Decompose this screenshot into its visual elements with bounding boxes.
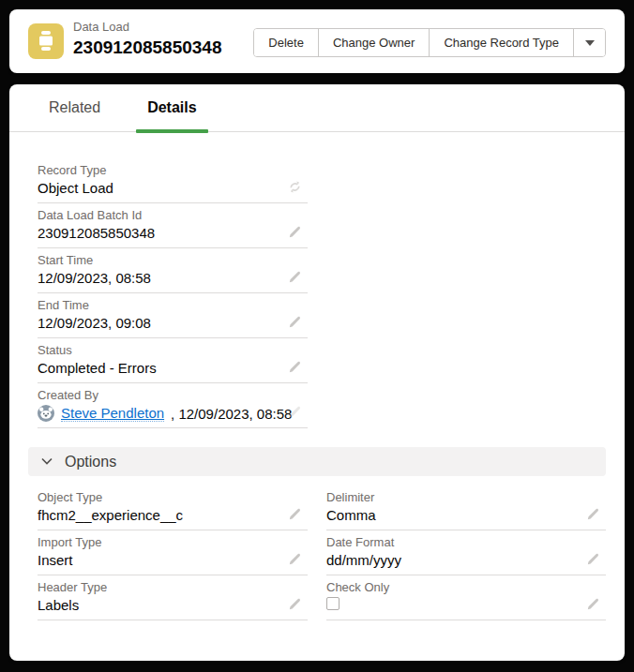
field-created-by: Created By Steve Pendleton , 12/09/2023,… (38, 383, 308, 428)
field-import-type: Import Type Insert (38, 530, 308, 575)
created-by-timestamp: , 12/09/2023, 08:58 (171, 406, 292, 422)
field-value: Insert (38, 551, 308, 569)
edit-pencil-icon[interactable] (586, 507, 600, 521)
detail-fields-section: Record Type Object Load Data Load Batch … (9, 132, 625, 428)
user-avatar (38, 405, 54, 422)
field-value: Completed - Errors (38, 359, 308, 377)
field-value: 230912085850348 (38, 224, 308, 242)
field-label: Data Load Batch Id (38, 208, 308, 222)
caret-down-icon (585, 40, 595, 46)
edit-pencil-icon[interactable] (288, 597, 302, 611)
edit-pencil-icon (288, 405, 302, 419)
field-date-format: Date Format dd/mm/yyyy (326, 530, 606, 575)
field-label: Delimiter (326, 490, 606, 504)
entity-label: Data Load (73, 20, 222, 35)
more-actions-button[interactable] (573, 29, 605, 56)
edit-pencil-icon[interactable] (288, 225, 302, 239)
change-record-type-icon[interactable] (288, 180, 302, 194)
record-detail-card: Related Details Record Type Object Load … (9, 84, 625, 661)
field-label: Object Type (38, 490, 308, 504)
edit-pencil-icon[interactable] (288, 315, 302, 329)
check-only-checkbox[interactable] (326, 597, 340, 610)
field-value: fhcm2__experience__c (38, 506, 308, 524)
created-by-user-link[interactable]: Steve Pendleton (61, 405, 164, 422)
field-label: Start Time (38, 253, 308, 267)
change-record-type-button[interactable]: Change Record Type (429, 29, 573, 56)
tab-bar: Related Details (9, 84, 625, 132)
field-value: 12/09/2023, 08:58 (38, 269, 308, 287)
field-status: Status Completed - Errors (38, 338, 308, 383)
field-label: Status (38, 343, 308, 357)
chevron-down-icon (41, 457, 53, 466)
options-fields-section: Object Type fhcm2__experience__c Delimit… (9, 476, 625, 620)
change-owner-button[interactable]: Change Owner (318, 29, 429, 56)
field-value: 12/09/2023, 09:08 (38, 314, 308, 332)
field-delimiter: Delimiter Comma (326, 485, 606, 530)
record-glyph-icon (36, 29, 56, 53)
field-label: Check Only (326, 580, 606, 594)
tab-related[interactable]: Related (38, 84, 112, 131)
page-title: 230912085850348 (73, 37, 222, 59)
field-label: Record Type (38, 163, 308, 177)
record-action-button-group: Delete Change Owner Change Record Type (253, 28, 606, 57)
record-header-card: Data Load 230912085850348 Delete Change … (9, 9, 625, 73)
field-end-time: End Time 12/09/2023, 09:08 (38, 293, 308, 338)
field-data-load-batch-id: Data Load Batch Id 230912085850348 (38, 203, 308, 248)
field-start-time: Start Time 12/09/2023, 08:58 (38, 248, 308, 293)
field-value: Labels (38, 596, 308, 614)
field-label: Header Type (38, 580, 308, 594)
field-value: Object Load (38, 179, 308, 197)
field-value: dd/mm/yyyy (326, 551, 606, 569)
options-section-header[interactable]: Options (28, 447, 606, 476)
field-label: End Time (38, 298, 308, 312)
edit-pencil-icon[interactable] (288, 360, 302, 374)
options-section-title: Options (65, 454, 116, 470)
field-value: Comma (326, 506, 606, 524)
edit-pencil-icon[interactable] (586, 597, 600, 611)
field-record-type: Record Type Object Load (38, 158, 308, 203)
edit-pencil-icon[interactable] (288, 270, 302, 284)
edit-pencil-icon[interactable] (288, 552, 302, 566)
edit-pencil-icon[interactable] (586, 552, 600, 566)
data-load-entity-icon (28, 23, 64, 59)
field-check-only: Check Only (326, 575, 606, 620)
delete-button[interactable]: Delete (254, 29, 318, 56)
tab-details[interactable]: Details (136, 84, 207, 131)
field-label: Date Format (326, 535, 606, 549)
field-label: Import Type (38, 535, 308, 549)
field-object-type: Object Type fhcm2__experience__c (38, 485, 308, 530)
edit-pencil-icon[interactable] (288, 507, 302, 521)
field-header-type: Header Type Labels (38, 575, 308, 620)
field-label: Created By (38, 388, 308, 402)
